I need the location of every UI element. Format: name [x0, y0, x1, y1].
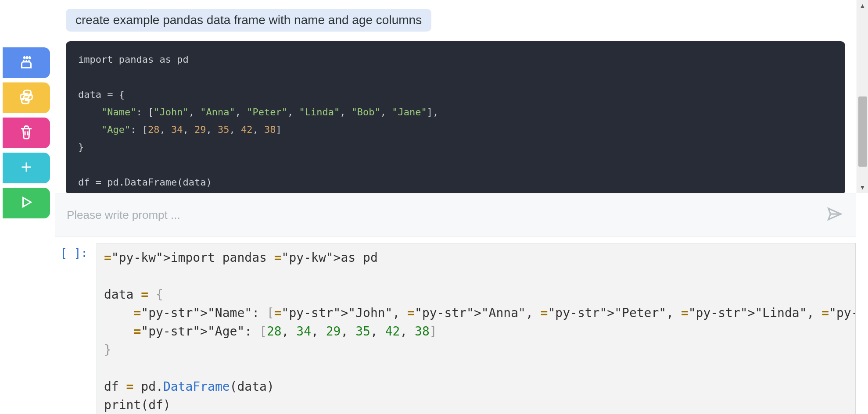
send-button[interactable] — [825, 205, 844, 225]
plus-icon — [18, 159, 34, 177]
user-prompt-chip: create example pandas data frame with na… — [66, 9, 431, 32]
svg-point-1 — [28, 101, 29, 102]
scroll-thumb[interactable] — [858, 96, 867, 167]
assistant-code-response[interactable]: import pandas as pd data = { "Name": ["J… — [66, 41, 845, 193]
svg-point-0 — [24, 92, 25, 93]
send-icon — [826, 206, 843, 224]
play-icon — [18, 194, 34, 212]
notebook-cell: [ ]: ="py-kw">import pandas ="py-kw">as … — [55, 237, 856, 414]
main-stack: create example pandas data frame with na… — [55, 0, 856, 414]
add-button[interactable] — [3, 153, 50, 183]
run-button[interactable] — [3, 188, 50, 218]
scroll-up-arrow[interactable]: ▲ — [857, 0, 868, 11]
prompt-input[interactable] — [67, 208, 818, 222]
cake-button[interactable] — [3, 47, 50, 78]
execution-count: [ ]: — [55, 243, 97, 414]
python-icon — [18, 89, 34, 107]
trash-icon — [18, 124, 34, 142]
cake-icon — [18, 54, 34, 71]
chat-history: create example pandas data frame with na… — [55, 0, 856, 193]
prompt-bar — [55, 193, 856, 237]
code-cell-editor[interactable]: ="py-kw">import pandas ="py-kw">as pd da… — [97, 243, 856, 414]
action-button-column — [3, 47, 50, 218]
scrollbar[interactable]: ▲ ▼ — [857, 0, 868, 193]
python-button[interactable] — [3, 82, 50, 113]
delete-button[interactable] — [3, 118, 50, 148]
scroll-down-arrow[interactable]: ▼ — [857, 182, 868, 193]
